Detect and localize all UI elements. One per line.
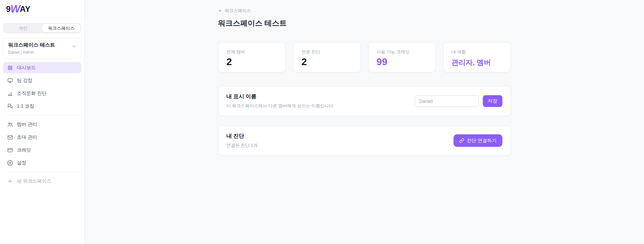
- sidebar-item-credits[interactable]: 크레딧: [3, 144, 81, 156]
- stat-value: 99: [377, 57, 428, 67]
- plus-icon: [7, 178, 13, 184]
- my-diagnosis-title: 내 진단: [227, 133, 258, 140]
- my-diagnosis-card: 내 진단 연결된 진단 1개 진단 연결하기: [218, 126, 511, 156]
- sidebar-divider: [3, 172, 81, 172]
- tab-personal[interactable]: 개인: [4, 24, 42, 32]
- sidebar: 9 W AY 개인 워크스페이스 워크스페이스 테스트 Daniel | Adm…: [0, 0, 85, 244]
- stat-value: 2: [227, 57, 277, 67]
- bar-chart-icon: [7, 90, 13, 97]
- workspace-subtitle: Daniel | Admin: [8, 50, 76, 55]
- stat-label: 사용 가능 크레딧: [377, 49, 428, 55]
- sidebar-item-dashboard[interactable]: 대시보드: [3, 62, 81, 73]
- display-name-title: 내 표시 이름: [227, 93, 335, 100]
- sidebar-item-team-strengths[interactable]: 팀 강점: [3, 75, 81, 86]
- brand-logo[interactable]: 9 W AY: [6, 4, 31, 14]
- sidebar-item-label: 멤버 관리: [17, 121, 37, 128]
- sidebar-item-culture-diagnosis[interactable]: 조직문화 진단: [3, 88, 81, 99]
- display-name-card: 내 표시 이름 이 워크스페이스에서 다른 멤버에게 보이는 이름입니다. 저장: [218, 86, 511, 116]
- display-name-description: 이 워크스페이스에서 다른 멤버에게 보이는 이름입니다.: [227, 103, 335, 109]
- main-area: 워크스페이스 워크스페이스 테스트 전체 멤버 2 완료 진단 2 사용 가능 …: [85, 0, 644, 244]
- sidebar-item-label: 1:1 코칭: [17, 103, 34, 109]
- sidebar-item-settings[interactable]: 설정: [3, 157, 81, 168]
- stat-value: 2: [301, 57, 352, 67]
- stat-label: 내 역할: [451, 49, 502, 55]
- monitor-icon: [7, 78, 13, 84]
- stat-card-my-role: 내 역할 관리자, 멤버: [443, 42, 511, 73]
- sidebar-divider: [3, 115, 81, 115]
- logo-prefix: 9: [6, 4, 11, 14]
- stats-row: 전체 멤버 2 완료 진단 2 사용 가능 크레딧 99 내 역할 관리자, 멤…: [218, 42, 511, 73]
- new-workspace-label: 새 워크스페이스: [17, 178, 51, 184]
- tab-workspace[interactable]: 워크스페이스: [42, 24, 80, 32]
- users-icon: [7, 121, 13, 128]
- sidebar-item-label: 대시보드: [17, 65, 36, 71]
- stat-label: 전체 멤버: [227, 49, 277, 55]
- link-icon: [459, 138, 464, 143]
- page-title: 워크스페이스 테스트: [218, 18, 511, 28]
- mail-icon: [7, 134, 13, 140]
- back-link-label: 워크스페이스: [225, 8, 251, 14]
- gear-icon: [7, 160, 13, 166]
- display-name-form: 저장: [415, 95, 502, 107]
- sidebar-item-invite-management[interactable]: 초대 관리: [3, 132, 81, 143]
- my-diagnosis-card-text: 내 진단 연결된 진단 1개: [227, 133, 258, 148]
- stat-card-completed-diagnoses: 완료 진단 2: [293, 42, 361, 73]
- chevron-down-icon: [71, 44, 77, 50]
- connect-diagnosis-label: 진단 연결하기: [467, 138, 497, 144]
- save-button[interactable]: 저장: [483, 95, 502, 107]
- stat-card-total-members: 전체 멤버 2: [218, 42, 286, 73]
- scope-tabbar: 개인 워크스페이스: [3, 23, 81, 33]
- connect-diagnosis-button[interactable]: 진단 연결하기: [453, 134, 502, 147]
- sidebar-item-label: 크레딧: [17, 147, 31, 153]
- back-link[interactable]: 워크스페이스: [218, 8, 251, 14]
- logo-suffix: AY: [20, 4, 31, 14]
- my-diagnosis-subtitle: 연결된 진단 1개: [227, 142, 258, 148]
- back-arrow-icon: [218, 8, 223, 13]
- new-workspace-button[interactable]: 새 워크스페이스: [3, 175, 81, 187]
- sidebar-item-member-management[interactable]: 멤버 관리: [3, 119, 81, 130]
- stat-card-available-credits: 사용 가능 크레딧 99: [368, 42, 436, 73]
- sidebar-item-label: 팀 강점: [17, 78, 32, 84]
- stat-value: 관리자, 멤버: [451, 58, 502, 66]
- sidebar-item-label: 조직문화 진단: [17, 90, 47, 97]
- sidebar-nav: 대시보드 팀 강점 조직문화 진단 1:1 코칭 멤버 관리: [0, 62, 84, 188]
- sidebar-item-label: 설정: [17, 160, 26, 166]
- display-name-card-text: 내 표시 이름 이 워크스페이스에서 다른 멤버에게 보이는 이름입니다.: [227, 93, 335, 109]
- sidebar-header: 9 W AY: [0, 0, 84, 18]
- display-name-input[interactable]: [415, 95, 479, 107]
- dashboard-icon: [7, 65, 13, 71]
- sidebar-item-coaching[interactable]: 1:1 코칭: [3, 101, 81, 112]
- stat-label: 완료 진단: [301, 49, 352, 55]
- chat-bubbles-icon: [7, 103, 13, 109]
- logo-w-mark: W: [10, 4, 21, 14]
- workspace-name: 워크스페이스 테스트: [8, 42, 76, 48]
- sidebar-item-label: 초대 관리: [17, 134, 37, 140]
- workspace-selector[interactable]: 워크스페이스 테스트 Daniel | Admin: [3, 38, 81, 59]
- credit-card-icon: [7, 147, 13, 153]
